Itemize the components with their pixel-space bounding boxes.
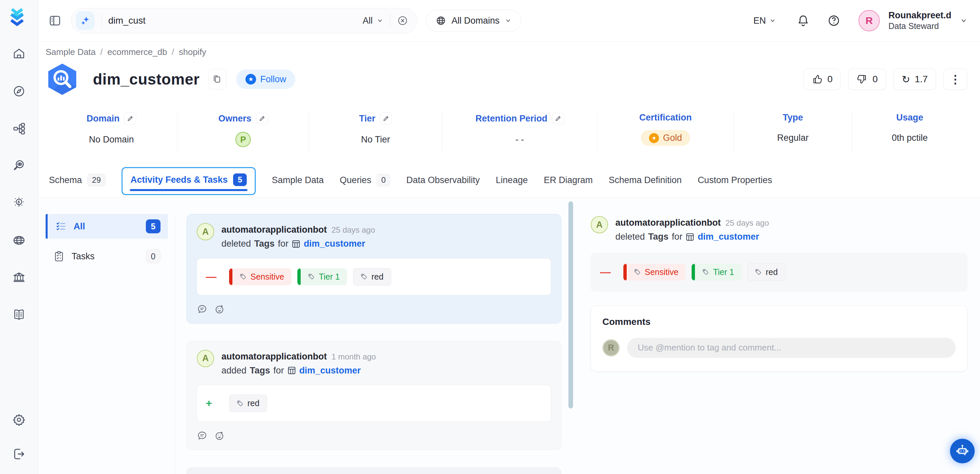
insights-icon[interactable] <box>12 196 25 210</box>
version-history-icon: ↻ <box>902 73 910 85</box>
help-icon[interactable] <box>827 14 840 27</box>
breadcrumb-service[interactable]: Sample Data <box>46 47 95 57</box>
user-avatar[interactable]: R <box>859 10 880 31</box>
removed-indicator: — <box>206 270 220 283</box>
detail-tag-change-box: — Sensitive Tier 1 red <box>591 253 967 291</box>
tag-chip-sensitive[interactable]: Sensitive <box>229 268 291 285</box>
entity-summary-row: Domain No Domain Owners P Tier <box>46 110 967 152</box>
bot-avatar: A <box>591 216 608 233</box>
edit-owners-icon[interactable] <box>256 113 268 124</box>
comment-input[interactable] <box>627 338 956 358</box>
notifications-bell-icon[interactable] <box>797 14 810 27</box>
edit-domain-icon[interactable] <box>124 113 136 124</box>
breadcrumb-database[interactable]: ecommerce_db <box>108 47 167 57</box>
tag-icon <box>755 269 762 275</box>
reply-icon[interactable] <box>197 430 207 441</box>
search-scope-dropdown[interactable]: All <box>363 16 383 26</box>
tag-chip-red[interactable]: red <box>353 268 391 286</box>
feed-list: A automatorapplicationbot25 days ago del… <box>186 214 562 474</box>
tab-schema-definition[interactable]: Schema Definition <box>609 167 682 196</box>
breadcrumb-schema[interactable]: shopify <box>179 47 206 57</box>
added-indicator: + <box>206 397 220 409</box>
left-nav-rail <box>0 0 38 474</box>
removed-indicator: — <box>600 266 615 278</box>
lineage-icon[interactable] <box>12 122 25 135</box>
owner-avatar[interactable]: P <box>235 132 251 147</box>
tab-activity-feeds[interactable]: Activity Feeds & Tasks5 <box>121 167 256 195</box>
tab-sample-data[interactable]: Sample Data <box>272 167 324 196</box>
language-dropdown[interactable]: EN <box>753 16 776 26</box>
tag-chip-tier1[interactable]: Tier 1 <box>298 268 347 285</box>
entity-link[interactable]: dim_customer <box>698 230 759 244</box>
domains-icon[interactable] <box>12 234 25 247</box>
certification-badge: ★ Gold <box>641 130 690 146</box>
thumbs-down-icon <box>856 73 868 85</box>
star-icon: ★ <box>245 74 256 84</box>
follow-button[interactable]: ★ Follow <box>236 70 295 89</box>
summary-tier: Tier No Tier <box>309 110 442 152</box>
upvote-button[interactable]: 0 <box>803 68 841 90</box>
comments-heading: Comments <box>602 317 956 327</box>
feed-scrollbar[interactable] <box>568 201 573 409</box>
tag-change-box: + red <box>197 385 551 422</box>
chevron-down-icon <box>377 17 383 24</box>
summary-domain: Domain No Domain <box>46 110 178 152</box>
tab-data-observability[interactable]: Data Observability <box>406 167 480 196</box>
feed-card-deleted-tags[interactable]: A automatorapplicationbot25 days ago del… <box>186 214 562 323</box>
feed-card-added-tags[interactable]: A automatorapplicationbot1 month ago add… <box>186 341 562 450</box>
settings-icon[interactable] <box>12 413 26 427</box>
home-icon[interactable] <box>12 47 25 60</box>
entity-link[interactable]: dim_customer <box>299 364 361 378</box>
search-divider <box>101 14 102 27</box>
explore-icon[interactable] <box>12 84 25 98</box>
add-reaction-icon[interactable] <box>214 304 225 315</box>
reply-icon[interactable] <box>197 304 207 315</box>
glossary-icon[interactable] <box>12 308 25 321</box>
tab-lineage[interactable]: Lineage <box>496 167 528 196</box>
entity-link[interactable]: dim_customer <box>304 237 365 251</box>
edit-tier-icon[interactable] <box>380 113 392 124</box>
add-reaction-icon[interactable] <box>214 430 225 441</box>
feed-filter-panel: All 5 Tasks 0 <box>46 214 175 474</box>
chatbot-button[interactable] <box>950 439 975 463</box>
entity-header: dim_customer ★ Follow 0 <box>46 62 967 96</box>
all-domains-dropdown[interactable]: All Domains <box>426 10 521 32</box>
tab-custom-properties[interactable]: Custom Properties <box>698 167 772 196</box>
tab-schema[interactable]: Schema29 <box>49 166 105 196</box>
filter-tasks[interactable]: Tasks 0 <box>46 244 168 269</box>
feed-card-partial[interactable] <box>186 467 562 474</box>
tag-chip-red[interactable]: red <box>229 394 267 412</box>
tag-icon <box>361 273 367 280</box>
governance-icon[interactable] <box>12 271 25 284</box>
observability-icon[interactable] <box>12 159 25 172</box>
edit-retention-icon[interactable] <box>552 113 564 124</box>
copy-name-icon[interactable] <box>208 69 226 89</box>
global-search-bar[interactable]: All <box>71 8 417 33</box>
summary-owners: Owners P <box>178 110 309 152</box>
search-input[interactable] <box>108 15 356 26</box>
tag-chip-sensitive[interactable]: Sensitive <box>624 264 686 281</box>
table-icon <box>292 240 301 248</box>
openmetadata-logo[interactable] <box>9 7 29 28</box>
downvote-button[interactable]: 0 <box>848 68 886 90</box>
robot-icon <box>955 444 970 458</box>
filter-all[interactable]: All 5 <box>46 214 168 239</box>
tab-queries[interactable]: Queries0 <box>340 166 390 196</box>
more-options-button[interactable]: ⋮ <box>943 68 967 90</box>
tag-chip-tier1[interactable]: Tier 1 <box>692 264 741 281</box>
chevron-down-icon <box>505 17 511 24</box>
tag-chip-red[interactable]: red <box>747 263 785 281</box>
all-count-badge: 5 <box>146 220 161 233</box>
summary-usage: Usage 0th pctile <box>852 110 967 152</box>
summary-type: Type Regular <box>734 110 852 152</box>
sidebar-toggle-icon[interactable] <box>48 13 62 28</box>
version-button[interactable]: ↻ 1.7 <box>893 68 936 90</box>
bigquery-table-icon <box>46 62 79 96</box>
clear-search-icon[interactable] <box>397 15 408 26</box>
user-info[interactable]: Rounakpreet.d Data Steward <box>888 10 951 32</box>
globe-icon <box>436 15 446 26</box>
logout-icon[interactable] <box>12 447 25 461</box>
tag-icon <box>308 273 315 280</box>
tab-er-diagram[interactable]: ER Diagram <box>544 167 593 196</box>
ai-sparkle-icon[interactable] <box>76 11 95 30</box>
